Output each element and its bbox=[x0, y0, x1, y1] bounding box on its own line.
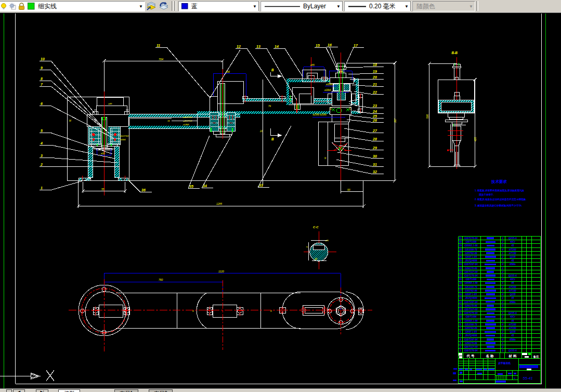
svg-text:24: 24 bbox=[459, 263, 462, 266]
svg-text:20: 20 bbox=[459, 278, 462, 281]
svg-text:C-C: C-C bbox=[313, 226, 319, 229]
svg-text:C: C bbox=[330, 107, 332, 110]
svg-text:760: 760 bbox=[159, 278, 163, 281]
svg-text:GB97.1-85: GB97.1-85 bbox=[465, 293, 477, 296]
svg-text:2: 2 bbox=[460, 345, 461, 348]
svg-text:GB/T297-94: GB/T297-94 bbox=[464, 263, 478, 266]
svg-text:2: 2 bbox=[501, 285, 503, 289]
svg-text:ø14k6: ø14k6 bbox=[183, 123, 189, 126]
svg-text:40Cr: 40Cr bbox=[510, 278, 515, 281]
svg-text:GB/T297-94: GB/T297-94 bbox=[464, 301, 478, 304]
svg-text:4: 4 bbox=[40, 141, 43, 145]
svg-text:12: 12 bbox=[459, 308, 462, 311]
svg-text:2: 2 bbox=[501, 255, 503, 258]
svg-text:HT150: HT150 bbox=[509, 290, 516, 292]
svg-text:387: 387 bbox=[394, 118, 397, 123]
svg-text:B-B: B-B bbox=[452, 51, 458, 55]
svg-text:4: 4 bbox=[501, 308, 503, 311]
svg-text:2: 2 bbox=[501, 330, 503, 333]
svg-text:420: 420 bbox=[474, 137, 477, 141]
svg-text:HT150: HT150 bbox=[509, 252, 516, 255]
svg-text:23: 23 bbox=[372, 104, 377, 108]
svg-text:1. 装配前,所有零件用煤油清洗,滚动轴承用汽油: 1. 装配前,所有零件用煤油清洗,滚动轴承用汽油 bbox=[475, 189, 524, 192]
svg-text:20: 20 bbox=[372, 75, 377, 79]
svg-text:Q235: Q235 bbox=[510, 331, 516, 333]
svg-text:1: 1 bbox=[502, 342, 503, 345]
svg-text:5: 5 bbox=[41, 129, 43, 133]
svg-text:8: 8 bbox=[460, 323, 461, 326]
svg-text:17: 17 bbox=[354, 44, 358, 47]
svg-text:22: 22 bbox=[372, 90, 377, 94]
svg-text:25: 25 bbox=[459, 259, 462, 262]
svg-text:4: 4 bbox=[501, 278, 503, 281]
svg-text:1: 1 bbox=[502, 252, 503, 255]
svg-text:JB/ZQ4606: JB/ZQ4606 bbox=[465, 259, 477, 262]
svg-text:GB/T276-94: GB/T276-94 bbox=[464, 237, 478, 240]
svg-text:GB97.1-85: GB97.1-85 bbox=[465, 331, 477, 333]
svg-text:HT150: HT150 bbox=[509, 327, 516, 330]
svg-text:3: 3 bbox=[502, 274, 503, 277]
svg-text:1: 1 bbox=[502, 281, 503, 284]
svg-text:45: 45 bbox=[511, 320, 514, 322]
svg-text:35: 35 bbox=[189, 185, 193, 188]
svg-text:15: 15 bbox=[459, 296, 462, 299]
svg-text:GB5782-86: GB5782-86 bbox=[465, 252, 477, 255]
svg-text:Q235-A: Q235-A bbox=[508, 237, 517, 240]
svg-text:R: R bbox=[192, 310, 194, 312]
svg-text:1285: 1285 bbox=[216, 202, 222, 205]
svg-text:65Mn: 65Mn bbox=[510, 338, 516, 341]
svg-text:23: 23 bbox=[459, 267, 462, 270]
svg-text:GB/T276-94: GB/T276-94 bbox=[464, 312, 478, 315]
svg-text:GB/T1096: GB/T1096 bbox=[465, 316, 477, 318]
svg-text:3: 3 bbox=[502, 259, 503, 262]
svg-text:1120: 1120 bbox=[218, 270, 224, 273]
svg-text:9: 9 bbox=[41, 66, 43, 70]
svg-text:GB/T1096: GB/T1096 bbox=[465, 241, 477, 243]
svg-text:8: 8 bbox=[41, 77, 43, 81]
svg-text:ø30k6: ø30k6 bbox=[120, 138, 126, 141]
svg-text:65Mn: 65Mn bbox=[510, 263, 516, 266]
svg-text:19: 19 bbox=[459, 281, 462, 284]
svg-text:皮带输送机: 皮带输送机 bbox=[498, 361, 511, 365]
svg-text:HT200: HT200 bbox=[509, 249, 516, 251]
svg-text:3: 3 bbox=[502, 244, 503, 247]
svg-text:GB/T117-00: GB/T117-00 bbox=[465, 346, 478, 348]
svg-text:26: 26 bbox=[372, 119, 377, 122]
svg-text:4: 4 bbox=[501, 293, 503, 296]
svg-text:B: B bbox=[271, 68, 274, 72]
svg-text:C: C bbox=[349, 107, 351, 110]
svg-text:10: 10 bbox=[41, 57, 45, 61]
svg-text:704: 704 bbox=[159, 58, 163, 61]
svg-text:ø55: ø55 bbox=[310, 64, 315, 67]
svg-text:29: 29 bbox=[459, 244, 462, 247]
svg-text:14: 14 bbox=[275, 45, 279, 48]
svg-text:GB5782-86: GB5782-86 bbox=[465, 290, 477, 292]
svg-text:27: 27 bbox=[459, 252, 462, 255]
svg-text:ø62J7/k6: ø62J7/k6 bbox=[120, 135, 129, 137]
svg-text:GB/T276-94: GB/T276-94 bbox=[464, 349, 478, 352]
svg-text:21: 21 bbox=[372, 83, 377, 86]
svg-text:22: 22 bbox=[459, 270, 462, 273]
svg-text:93: 93 bbox=[347, 188, 350, 191]
svg-text:2: 2 bbox=[501, 345, 503, 348]
svg-text:24: 24 bbox=[372, 110, 377, 113]
svg-text:1: 1 bbox=[502, 237, 503, 240]
svg-text:代 号: 代 号 bbox=[466, 354, 475, 358]
svg-text:2: 2 bbox=[40, 163, 43, 166]
svg-text:2. 装配后,检查各运动件运转是否灵活无卡滞现象.: 2. 装配后,检查各运动件运转是否灵活无卡滞现象. bbox=[475, 198, 527, 201]
svg-text:28: 28 bbox=[372, 137, 377, 141]
svg-text:13: 13 bbox=[256, 45, 260, 48]
svg-text:3: 3 bbox=[502, 349, 503, 352]
svg-text:17: 17 bbox=[459, 289, 462, 292]
svg-text:1: 1 bbox=[460, 349, 461, 352]
svg-text:M: M bbox=[514, 377, 515, 380]
svg-text:2: 2 bbox=[501, 270, 503, 273]
svg-text:GB893.1-86: GB893.1-86 bbox=[464, 320, 477, 322]
svg-text:27: 27 bbox=[372, 129, 377, 133]
svg-text:GB893.1-86: GB893.1-86 bbox=[464, 282, 477, 284]
svg-text:Q235-A: Q235-A bbox=[508, 275, 517, 277]
svg-text:7: 7 bbox=[460, 326, 461, 330]
svg-text:2: 2 bbox=[501, 315, 503, 318]
svg-text:16: 16 bbox=[459, 293, 462, 296]
svg-text:GB1096-79: GB1096-79 bbox=[465, 286, 477, 289]
